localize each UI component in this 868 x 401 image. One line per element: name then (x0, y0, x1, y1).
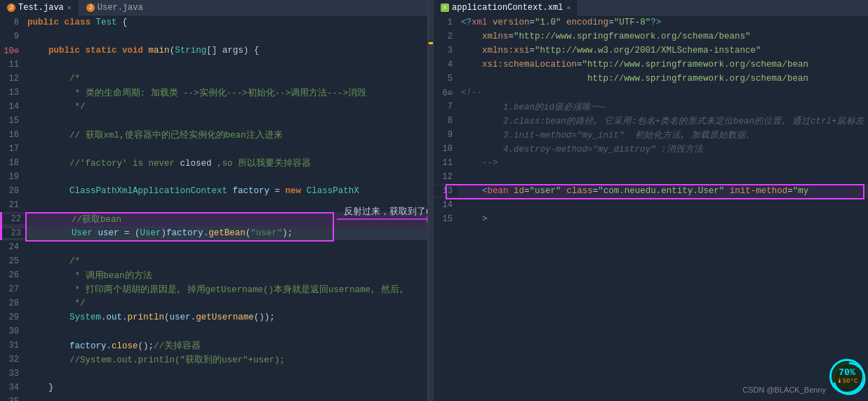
line-number: 29 (0, 313, 25, 322)
line-number: 5 (434, 74, 458, 84)
line-number: 3 (434, 46, 458, 55)
table-row: 2 xmlns="http://www.springframework.org/… (434, 29, 868, 44)
line-number: 11 (0, 60, 25, 70)
line-number: 28 (0, 298, 25, 308)
line-number: 8 (0, 18, 25, 27)
line-number: 25 (0, 256, 25, 266)
right-tab-bar: X applicationContext.xml ✕ (434, 0, 868, 15)
table-row: 14 */ (0, 100, 427, 114)
line-number: 10⊖ (0, 46, 25, 56)
line-number: 2 (434, 32, 458, 41)
tab-label-xml: applicationContext.xml (452, 3, 563, 13)
left-tab-bar: J Test.java ✕ J User.java (0, 0, 427, 15)
line-number: 15 (434, 214, 458, 224)
java-icon: J (7, 4, 15, 12)
line-number: 27 (0, 284, 25, 294)
table-row: 10⊖ public static void main(String[] arg… (0, 44, 427, 58)
table-row: 14 (434, 198, 868, 212)
line-content: http://www.springframework.org/schema/be… (458, 74, 868, 84)
line-content: } (25, 383, 427, 393)
tab-user-java[interactable]: J User.java (79, 0, 151, 15)
line-number: 9 (434, 130, 458, 140)
line-content: * 打印两个胡胡的原因是, 掉用getUsername()本身就是返回usern… (25, 284, 427, 296)
tab-application-xml[interactable]: X applicationContext.xml ✕ (434, 0, 578, 15)
line-number: 19 (0, 172, 25, 182)
table-row: 32 //System.out.println("获取到的user"+user)… (0, 353, 427, 367)
line-content: --> (458, 158, 868, 168)
table-row: 13 * 类的生命周期: 加载类 -->实例化--->初始化-->调用方法---… (0, 86, 427, 100)
table-row: 28 */ (0, 296, 427, 310)
line-number: 31 (0, 341, 25, 350)
close-icon[interactable]: ✕ (67, 4, 72, 12)
table-row: 4 xsi:schemaLocation="http://www.springf… (434, 58, 868, 72)
right-code-lines: 1 <?xml version="1.0" encoding="UTF-8"?>… (434, 15, 868, 401)
right-panel: X applicationContext.xml ✕ 1 <?xml versi… (434, 0, 868, 401)
table-row: 15 > (434, 212, 868, 226)
table-row: 10 4.destroy-method="my_distroy" :消毁方法 (434, 142, 868, 156)
table-row: 5 http://www.springframework.org/schema/… (434, 72, 868, 86)
line-content: System.out.println(user.getUsername()); (25, 313, 427, 322)
line-number: 24 (0, 242, 25, 252)
table-row: 15 (0, 114, 427, 128)
table-row: 8 2.class:bean的路径, 它采用:包名+类名的形式来定位bean的位… (434, 114, 868, 128)
line-number: 9 (0, 32, 25, 41)
line-content: //获取bean (27, 213, 427, 225)
table-row: 1 <?xml version="1.0" encoding="UTF-8"?> (434, 15, 868, 29)
close-xml-icon[interactable]: ✕ (566, 4, 570, 12)
line-content: xmlns="http://www.springframework.org/sc… (458, 32, 868, 41)
line-content: /* (25, 74, 427, 84)
line-content: */ (25, 102, 427, 112)
line-number: 18 (0, 158, 25, 168)
table-row: 26 * 调用bean的方法 (0, 268, 427, 282)
watermark: CSDN @BLACK_Benny (742, 386, 826, 394)
line-content: xmlns:xsi="http://www.w3.org/2001/XMLSch… (458, 46, 868, 55)
line-number: 6⊖ (434, 88, 458, 98)
line-number: 20 (0, 186, 25, 196)
line-content: 3.init-method="my_init" 初始化方法, 加载原始数据。 (458, 129, 868, 141)
right-code-area: 1 <?xml version="1.0" encoding="UTF-8"?>… (434, 15, 868, 401)
line-content: 1.bean的id值必须唯一— (458, 101, 868, 113)
table-row: 27 * 打印两个胡胡的原因是, 掉用getUsername()本身就是返回us… (0, 282, 427, 296)
line-content: //System.out.println("获取到的user"+user); (25, 354, 427, 366)
tab-label-test: Test.java (18, 3, 64, 13)
line-number: 15 (0, 116, 25, 126)
table-row: 33 (0, 367, 427, 381)
line-number: 12 (434, 172, 458, 182)
table-row: 24 (0, 240, 427, 254)
table-row: 3 xmlns:xsi="http://www.w3.org/2001/XMLS… (434, 44, 868, 58)
line-number: 4 (434, 60, 458, 70)
line-content: <bean id="user" class="com.neuedu.entity… (458, 186, 868, 196)
line-number: 33 (0, 369, 25, 379)
table-row: 34 } (0, 381, 427, 395)
line-number: 14 (0, 102, 25, 112)
line-number: 8 (434, 116, 458, 126)
line-content: <?xml version="1.0" encoding="UTF-8"?> (458, 18, 868, 27)
xml-icon: X (441, 4, 449, 12)
table-row: 21 (0, 198, 427, 212)
table-row: 7 1.bean的id值必须唯一— (434, 100, 868, 114)
line-content: xsi:schemaLocation="http://www.springfra… (458, 60, 868, 70)
table-row: 13 <bean id="user" class="com.neuedu.ent… (434, 184, 868, 198)
tab-test-java[interactable]: J Test.java ✕ (0, 0, 79, 15)
split-marker (429, 42, 433, 44)
table-row: 11 (0, 58, 427, 72)
table-row: 11 --> (434, 156, 868, 170)
line-number: 17 (0, 144, 25, 154)
left-code-area: 8 public class Test { 9 10⊖ public stati… (0, 15, 427, 401)
table-row: 31 factory.close();//关掉容器 (0, 338, 427, 353)
line-content: // 获取xml,使容器中的已经实例化的bean注入进来 (25, 129, 427, 141)
split-bar[interactable] (428, 0, 434, 401)
left-panel: J Test.java ✕ J User.java 8 public class… (0, 0, 428, 401)
table-row: 23 User user = (User)factory.getBean("us… (0, 226, 427, 240)
temp-circle: 70% 🌡 56°C (829, 359, 864, 394)
table-row: 12 (434, 170, 868, 184)
table-row: 6⊖ <!-- (434, 86, 868, 100)
line-content: User user = (User)factory.getBean("user"… (27, 228, 427, 238)
table-row: 22 //获取bean (0, 212, 427, 226)
line-content: */ (25, 298, 427, 308)
table-row: 16 // 获取xml,使容器中的已经实例化的bean注入进来 (0, 128, 427, 142)
temp-widget: 70% 🌡 56°C (829, 359, 864, 394)
line-content: factory.close();//关掉容器 (25, 340, 427, 352)
line-number: 1 (434, 18, 458, 27)
line-content: > (458, 214, 868, 224)
